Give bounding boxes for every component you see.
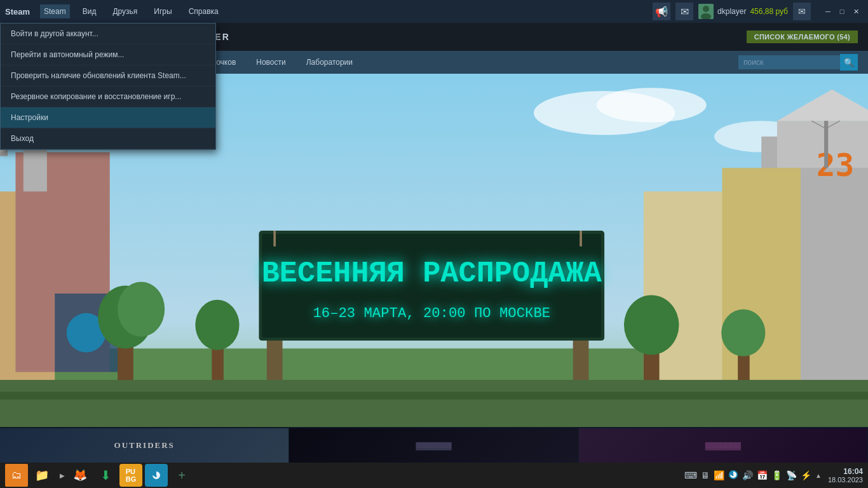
- svg-rect-51: [0, 380, 868, 427]
- svg-rect-29: [722, 168, 801, 388]
- svg-point-36: [118, 281, 165, 336]
- svg-text:16–23 МАРТА, 20:00 ПО МОСКВЕ: 16–23 МАРТА, 20:00 ПО МОСКВЕ: [313, 305, 550, 322]
- sys-icon-monitor: 🖥: [701, 470, 710, 480]
- dd-offline-mode[interactable]: Перейти в автономный режим...: [1, 44, 215, 65]
- menu-view[interactable]: Вид: [79, 4, 100, 18]
- dd-login-other[interactable]: Войти в другой аккаунт...: [1, 24, 215, 44]
- maximize-btn[interactable]: □: [835, 4, 849, 18]
- balance: 456,88 руб: [750, 7, 788, 16]
- mail-btn[interactable]: ✉: [793, 3, 811, 20]
- svg-point-38: [195, 300, 239, 350]
- sys-icon-keyboard: ⌨: [684, 470, 697, 480]
- taskbar-icon-folder[interactable]: 📁: [31, 464, 53, 487]
- svg-point-1: [703, 6, 709, 12]
- search-button[interactable]: 🔍: [840, 54, 858, 71]
- avatar: [698, 4, 714, 19]
- dd-exit[interactable]: Выход: [1, 128, 215, 149]
- svg-rect-52: [0, 391, 868, 399]
- menu-help[interactable]: Справка: [185, 4, 222, 18]
- svg-text:ВЕСЕННЯЯ РАСПРОДАЖА: ВЕСЕННЯЯ РАСПРОДАЖА: [262, 257, 602, 290]
- svg-point-40: [624, 295, 679, 355]
- dd-backup-restore[interactable]: Резервное копирование и восстановление и…: [1, 86, 215, 107]
- taskbar-icon-files[interactable]: 🗂: [5, 464, 28, 487]
- minimize-btn[interactable]: ─: [821, 4, 835, 18]
- tab-labs[interactable]: Лаборатории: [297, 54, 362, 71]
- sys-icon-network: 📶: [714, 470, 724, 480]
- sys-icon-show-more[interactable]: ▲: [815, 472, 822, 479]
- top-right-area: 📢 ✉ dkplayer 456,88 руб ✉ ─ □ ✕: [653, 3, 863, 20]
- taskbar-icon-download[interactable]: ⬇: [94, 464, 117, 487]
- clock: 16:04 18.03.2023: [828, 467, 863, 484]
- search-input[interactable]: [738, 55, 840, 69]
- app-title[interactable]: Steam: [5, 7, 30, 17]
- game-strip: OUTRIDERS ▓▓▓▓▓▓▓ ▓▓▓▓▓▓▓: [0, 427, 868, 463]
- message-btn[interactable]: ✉: [675, 3, 693, 20]
- username: dkplayer: [717, 7, 746, 16]
- game-thumb-1[interactable]: OUTRIDERS: [0, 428, 289, 463]
- taskbar-right: ⌨ 🖥 📶 🔊 📅 🔋 📡 ⚡ ▲ 16:04 18.03.2023: [684, 467, 863, 484]
- close-btn[interactable]: ✕: [849, 4, 863, 18]
- window-controls: ─ □ ✕: [821, 4, 863, 18]
- clock-date: 18.03.2023: [828, 476, 863, 484]
- dd-check-updates[interactable]: Проверить наличие обновлений клиента Ste…: [1, 65, 215, 86]
- clock-time: 16:04: [828, 467, 863, 476]
- taskbar-icon-game1[interactable]: PUBG: [119, 464, 142, 487]
- menu-friends[interactable]: Друзья: [109, 4, 141, 18]
- wishlist-button[interactable]: СПИСОК ЖЕЛАЕМОГО (54): [747, 30, 858, 43]
- search-box: 🔍: [738, 54, 858, 71]
- sys-icon-calendar: 📅: [757, 470, 768, 480]
- sys-icon-wifi: 📡: [786, 470, 797, 480]
- sys-icon-bluetooth: ⚡: [801, 470, 811, 480]
- sys-icon-volume[interactable]: 🔊: [742, 470, 753, 480]
- svg-text:23: 23: [817, 147, 855, 184]
- dd-settings[interactable]: Настройки: [1, 107, 215, 128]
- tab-news[interactable]: Новости: [247, 54, 294, 71]
- game-thumb-3[interactable]: ▓▓▓▓▓▓▓: [579, 428, 868, 463]
- sys-icon-battery: 🔋: [771, 470, 782, 480]
- taskbar-icon-browser[interactable]: 🦊: [69, 464, 92, 487]
- top-menu-bar: Steam Steam Вид Друзья Игры Справка 📢 ✉ …: [0, 0, 868, 23]
- taskbar-show-more[interactable]: ▶: [56, 464, 69, 487]
- game-thumb-2[interactable]: ▓▓▓▓▓▓▓: [289, 428, 578, 463]
- menu-games[interactable]: Игры: [150, 4, 175, 18]
- steam-dropdown-menu: Войти в другой аккаунт... Перейти в авто…: [0, 23, 216, 150]
- svg-point-8: [597, 88, 707, 122]
- notification-btn[interactable]: 📢: [653, 3, 670, 20]
- menu-steam[interactable]: Steam: [40, 4, 70, 18]
- taskbar-icon-steam[interactable]: [145, 464, 168, 487]
- taskbar: 🗂 📁 ▶ 🦊 ⬇ PUBG + ⌨ 🖥 📶 🔊 📅 🔋 📡 ⚡ ▲ 16:04…: [0, 463, 868, 488]
- user-area[interactable]: dkplayer 456,88 руб: [698, 4, 788, 19]
- sys-icon-steam-tray[interactable]: [728, 470, 738, 482]
- svg-point-42: [721, 309, 765, 356]
- taskbar-icon-plus[interactable]: +: [170, 464, 193, 487]
